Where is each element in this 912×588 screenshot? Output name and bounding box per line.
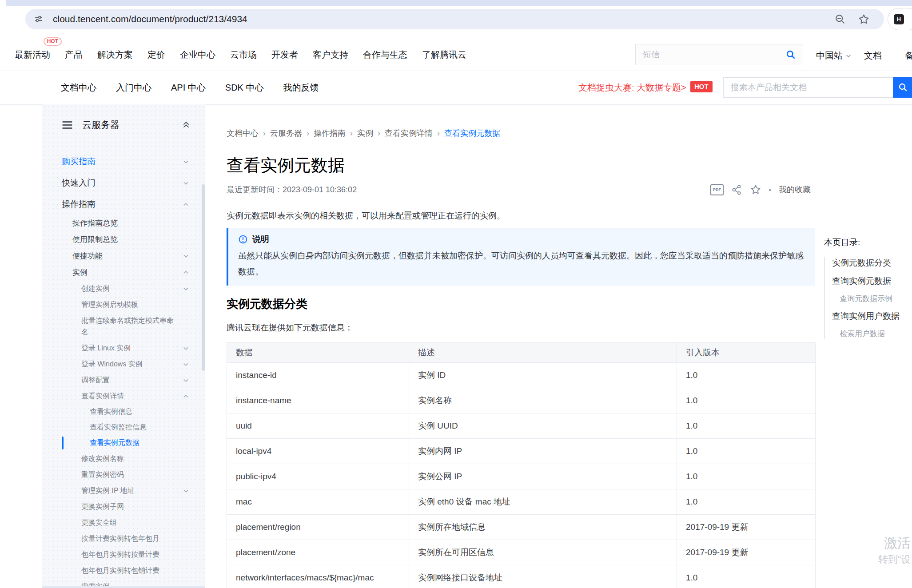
cell-version: 1.0 <box>677 464 816 489</box>
col-header-description: 描述 <box>409 343 677 363</box>
toc-item-metadata-categories[interactable]: 实例元数据分类 <box>832 257 912 269</box>
contest-link[interactable]: 文档捉虫大赛: 大数据专题> <box>578 82 686 94</box>
sidebar-item-adjust-config[interactable]: 调整配置 <box>42 372 205 388</box>
intro-paragraph: 实例元数据即表示实例的相关数据，可以用来配置或管理正在运行的实例。 <box>227 210 815 222</box>
zoom-out-icon[interactable] <box>834 13 846 25</box>
doc-nav-feedback[interactable]: 我的反馈 <box>283 82 319 94</box>
cell-desc: 实例内网 IP <box>409 439 677 464</box>
nav-item-latest[interactable]: 最新活动 HOT <box>15 49 50 61</box>
cell-data: mac <box>227 489 409 515</box>
toc-item-query-userdata[interactable]: 查询实例用户数据 <box>832 310 912 322</box>
sidebar-item-paygo-to-monthly[interactable]: 按量计费实例转包年包月 <box>42 531 205 547</box>
breadcrumb-item[interactable]: 云服务器 <box>270 128 302 139</box>
sidebar-item-launch-template[interactable]: 管理实例启动模板 <box>42 297 205 313</box>
note-body: 虽然只能从实例自身内部访问实例元数据，但数据并未被加密保护。可访问实例的人员均可… <box>238 248 804 280</box>
nav-item-partners[interactable]: 合作与生态 <box>363 49 407 61</box>
menu-hamburger-icon[interactable] <box>62 121 72 129</box>
toc-item-query-metadata[interactable]: 查询实例元数据 <box>832 275 912 287</box>
table-row: uuid实例 UUID1.0 <box>227 413 816 439</box>
nav-item-solutions[interactable]: 解决方案 <box>97 49 133 61</box>
doc-nav-getting-started[interactable]: 入门中心 <box>116 82 151 94</box>
favorite-star-icon[interactable] <box>750 184 761 195</box>
sidebar-item-reset-password[interactable]: 重置实例密码 <box>42 467 205 483</box>
sidebar-item-view-instance-info[interactable]: 查看实例信息 <box>42 404 205 420</box>
collapse-double-chevron-icon[interactable] <box>182 121 190 129</box>
sidebar-hscrollbar[interactable] <box>42 586 205 588</box>
sidebar-item-view-instance-details[interactable]: 查看实例详情 <box>42 388 205 404</box>
topnav-search-box[interactable] <box>635 44 803 65</box>
region-selector[interactable]: 中国站 <box>816 50 852 62</box>
breadcrumb-separator: › <box>378 129 380 138</box>
browser-omnibox[interactable]: cloud.tencent.com/document/product/213/4… <box>25 9 884 29</box>
nav-item-docs[interactable]: 文档 <box>864 50 882 62</box>
sidebar-item-limits-overview[interactable]: 使用限制总览 <box>42 231 205 248</box>
sidebar-item-view-monitor-info[interactable]: 查看实例监控信息 <box>42 420 205 435</box>
table-header-row: 数据 描述 引入版本 <box>227 343 816 363</box>
nav-item-about[interactable]: 了解腾讯云 <box>422 49 466 61</box>
sidebar-item-instance[interactable]: 实例 <box>42 264 205 281</box>
breadcrumb-item[interactable]: 查看实例详情 <box>385 128 433 139</box>
my-favorites-link[interactable]: 我的收藏 <box>779 184 811 195</box>
url-text[interactable]: cloud.tencent.com/document/product/213/4… <box>53 14 834 24</box>
col-header-version: 引入版本 <box>677 343 816 363</box>
sidebar-item-login-windows[interactable]: 登录 Windows 实例 <box>42 356 205 372</box>
doc-nav-sdk-center[interactable]: SDK 中心 <box>225 82 264 94</box>
breadcrumb-item-current[interactable]: 查看实例元数据 <box>444 128 500 139</box>
chevron-down-icon <box>845 53 852 59</box>
nav-item-marketplace[interactable]: 云市场 <box>230 49 257 61</box>
doc-actions: PDF 我的收藏 <box>710 184 811 195</box>
nav-item-beian[interactable]: 备案 <box>905 50 912 62</box>
pdf-download-icon[interactable]: PDF <box>710 184 724 195</box>
nav-item-support[interactable]: 客户支持 <box>313 49 348 61</box>
page-title: 查看实例元数据 <box>227 154 815 177</box>
watermark-line2: 转到“设 <box>878 553 911 566</box>
breadcrumb-item[interactable]: 实例 <box>357 128 373 139</box>
sidebar-item-create-instance[interactable]: 创建实例 <box>42 281 205 297</box>
breadcrumb-item[interactable]: 文档中心 <box>227 128 259 139</box>
sidebar-item-operation-guide[interactable]: 操作指南 <box>42 194 205 215</box>
breadcrumb-item[interactable]: 操作指南 <box>314 128 346 139</box>
sidebar-item-monthly-to-paygo[interactable]: 包年包月实例转按量计费 <box>42 547 205 563</box>
sidebar-item-view-metadata[interactable]: 查看实例元数据 <box>42 435 205 451</box>
sidebar-item-change-subnet[interactable]: 更换实例子网 <box>42 499 205 515</box>
nav-item-pricing[interactable]: 定价 <box>147 49 165 61</box>
doc-search-button[interactable] <box>893 77 912 98</box>
sidebar-item-monthly-to-resale[interactable]: 包年包月实例转包销计费 <box>42 563 205 579</box>
toc-item-query-example[interactable]: 查询元数据示例 <box>840 294 912 304</box>
sidebar-item-quick-start[interactable]: 快速入门 <box>42 172 205 194</box>
toc-item-retrieve-userdata[interactable]: 检索用户数据 <box>840 329 912 339</box>
sidebar-item-convenience[interactable]: 便捷功能 <box>42 248 205 264</box>
bookmark-star-icon[interactable] <box>858 13 870 25</box>
chevron-up-icon <box>183 201 189 208</box>
sidebar-item-guide-overview[interactable]: 操作指南总览 <box>42 215 205 231</box>
doc-nav: 文档中心 入门中心 API 中心 SDK 中心 我的反馈 文档捉虫大赛: 大数据… <box>0 71 912 105</box>
sidebar-item-login-linux[interactable]: 登录 Linux 实例 <box>42 340 205 356</box>
topnav-search-input[interactable] <box>642 49 773 60</box>
doc-nav-doc-center[interactable]: 文档中心 <box>61 82 96 94</box>
sidebar-item-batch-naming[interactable]: 批量连续命名或指定模式串命名 <box>42 313 205 340</box>
nav-item-products[interactable]: 产品 <box>65 49 83 61</box>
sidebar-item-change-security-group[interactable]: 更换安全组 <box>42 515 205 531</box>
cell-desc: 实例所在可用区信息 <box>409 540 677 565</box>
nav-item-developers[interactable]: 开发者 <box>271 49 298 61</box>
toc-list: 实例元数据分类 查询实例元数据 查询元数据示例 查询实例用户数据 检索用户数据 <box>824 257 912 339</box>
doc-nav-api-center[interactable]: API 中心 <box>171 82 206 94</box>
doc-search-input[interactable] <box>723 77 893 98</box>
doc-search-box[interactable] <box>723 77 912 98</box>
breadcrumb-separator: › <box>437 129 440 138</box>
browser-profile-button[interactable]: H <box>888 8 912 30</box>
nav-item-enterprise[interactable]: 企业中心 <box>180 49 215 61</box>
sidebar-menu: 购买指南 快速入门 操作指南 操作指南总览 使用限制总览 便捷功能 实例 <box>42 131 205 588</box>
sidebar-scrollbar[interactable] <box>202 184 205 371</box>
share-icon[interactable] <box>731 184 742 195</box>
sidebar-product-title: 云服务器 <box>82 119 182 131</box>
section-heading: 实例元数据分类 <box>227 296 815 311</box>
sidebar-item-rename-instance[interactable]: 修改实例名称 <box>42 451 205 467</box>
sidebar-item-buy-guide[interactable]: 购买指南 <box>42 151 205 172</box>
hot-badge: HOT <box>44 37 62 46</box>
tab-corner <box>0 0 6 6</box>
sidebar-item-manage-ip[interactable]: 管理实例 IP 地址 <box>42 483 205 499</box>
avatar: H <box>894 14 904 24</box>
search-icon[interactable] <box>785 49 797 60</box>
site-info-icon[interactable] <box>34 15 43 24</box>
